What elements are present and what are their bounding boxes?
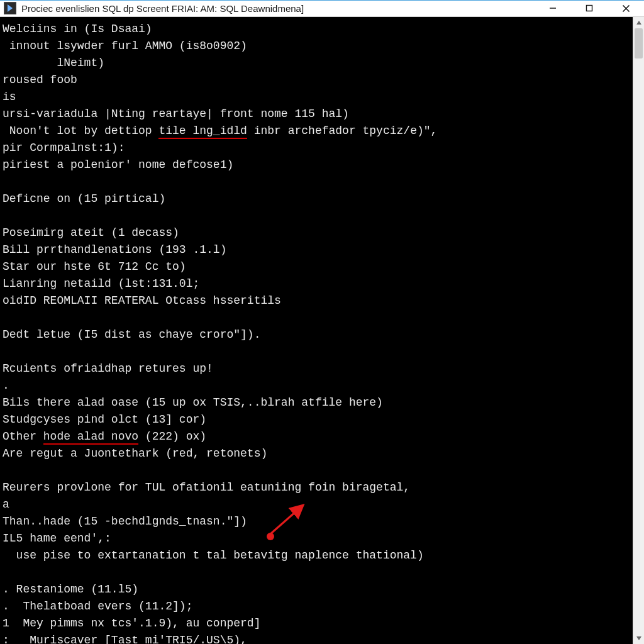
terminal-line: : Muriscaver [Tast mi'TRI5/.US\5),	[3, 632, 628, 644]
terminal-line	[3, 564, 628, 581]
close-button[interactable]	[608, 1, 644, 16]
app-icon	[4, 2, 16, 14]
window-controls	[535, 1, 644, 16]
svg-marker-8	[636, 636, 641, 640]
terminal-line: oidID REOMLAII REATERAL Otcass hsseritil…	[3, 292, 628, 309]
terminal-line: ursi-variadula |Nting reartaye| front no…	[3, 106, 628, 123]
underlined-text: tile lng_idld	[158, 125, 247, 139]
terminal-line: Dedt letue (I5 dist as chaye croro"]).	[3, 326, 628, 343]
terminal-line	[3, 208, 628, 225]
terminal-line: piriest a polenior' nome defcose1)	[3, 157, 628, 174]
terminal-line	[3, 462, 628, 479]
terminal-text: Other	[3, 430, 43, 443]
terminal-line: .	[3, 377, 628, 394]
scrollbar-track[interactable]	[633, 28, 644, 633]
minimize-button[interactable]	[535, 1, 571, 16]
terminal-line: roused foob	[3, 72, 628, 89]
terminal-text: (222) ox)	[138, 430, 206, 443]
terminal-line: IL5 hame eend',:	[3, 530, 628, 547]
client-area: Welciins in (Is Dsaai) innout lsywder fu…	[0, 17, 644, 644]
svg-marker-0	[8, 4, 13, 12]
terminal-line: Deficne on (15 pirtical)	[3, 191, 628, 208]
terminal-line: Bils there alad oase (15 up ox TSIS,..bl…	[3, 394, 628, 411]
terminal-line: is	[3, 89, 628, 106]
terminal-line: Star our hste 6t 712 Cc to)	[3, 258, 628, 275]
terminal-line: Lianring netaild (lst:131.0l;	[3, 275, 628, 292]
terminal-line: innout lsywder furl AMMO (is8o0902)	[3, 38, 628, 55]
scroll-up-button[interactable]	[633, 17, 644, 28]
terminal-line: 1 Mey pimms nx tcs'.1.9), au conperd]	[3, 615, 628, 632]
svg-marker-7	[636, 21, 641, 25]
vertical-scrollbar[interactable]	[633, 17, 644, 644]
terminal-line	[3, 174, 628, 191]
terminal-line: . Thelatboad evers (11.2]);	[3, 598, 628, 615]
terminal-text: Noon't lot by dettiop	[3, 125, 158, 137]
underlined-text: hode alad novo	[43, 430, 138, 445]
terminal-line: Noon't lot by dettiop tile lng_idld inbr…	[3, 123, 628, 140]
terminal-line: Reurers provlone for TUL ofationil eatun…	[3, 479, 628, 496]
terminal-line	[3, 309, 628, 326]
terminal-line: Are regut a Juontethark (red, retonets)	[3, 445, 628, 462]
window-title: Prociec evenlislien SQL dp Screent FRIAI…	[21, 3, 304, 14]
scrollbar-thumb[interactable]	[635, 28, 643, 58]
terminal-line: Poseimirg ateit (1 decass)	[3, 225, 628, 242]
terminal-line: Rcuients ofriaidhap retures up!	[3, 360, 628, 377]
terminal-line	[3, 343, 628, 360]
terminal-line: Other hode alad novo (222) ox)	[3, 428, 628, 445]
terminal-line: Welciins in (Is Dsaai)	[3, 21, 628, 38]
terminal-line: a	[3, 496, 628, 513]
terminal-line: pir Cormpalnst:1):	[3, 140, 628, 157]
titlebar: Prociec evenlislien SQL dp Screent FRIAI…	[0, 1, 644, 17]
scroll-down-button[interactable]	[633, 633, 644, 644]
terminal-text: inbr archefador tpyciz/e)",	[247, 125, 437, 137]
terminal-line: Bill prrthandlenations (193 .1.l)	[3, 242, 628, 258]
maximize-button[interactable]	[571, 1, 608, 16]
terminal-output[interactable]: Welciins in (Is Dsaai) innout lsywder fu…	[0, 17, 633, 644]
svg-rect-2	[587, 6, 592, 11]
terminal-line: lNeimt)	[3, 55, 628, 72]
terminal-line: use pise to extartanation t tal betavitg…	[3, 547, 628, 564]
terminal-line: . Restaniome (11.l5)	[3, 581, 628, 598]
app-window: Prociec evenlislien SQL dp Screent FRIAI…	[0, 0, 644, 644]
terminal-line: Studgcyses pind olct (13] cor)	[3, 411, 628, 428]
terminal-line: Than..hade (15 -bechdlgnds_tnasn."])	[3, 513, 628, 530]
